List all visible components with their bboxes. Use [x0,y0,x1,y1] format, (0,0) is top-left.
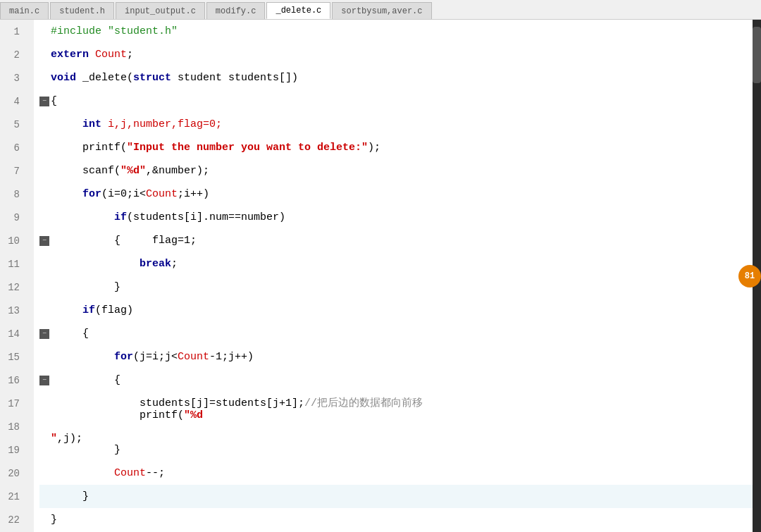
line-number-12: 12 [0,276,27,299]
fold-marker-16[interactable]: − [39,376,49,385]
code-line-5: int i,j,number,flag=0; [39,113,761,136]
line-number-3: 3 [0,66,27,89]
line-number-9: 9 [0,206,27,229]
line-number-14: 14 [0,322,27,345]
code-line-7: scanf("%d",&number); [39,159,761,183]
code-line-21: } [39,485,761,508]
line-number-11: 11 [0,252,27,276]
fold-marker-4[interactable]: − [39,97,49,106]
code-line-16: − { [39,369,761,392]
code-line-18: printf("%d ",j); [39,415,761,438]
line-number-17: 17 [0,392,27,415]
code-line-11: break; [39,252,761,276]
notification-badge: 81 [738,265,761,287]
line-number-4: 4 [0,89,27,113]
line-number-7: 7 [0,159,27,183]
line-number-6: 6 [0,136,27,159]
line-number-10: 10 [0,229,27,252]
line-number-8: 8 [0,183,27,206]
tab-input-output-c[interactable]: input_output.c [116,2,205,19]
line-number-13: 13 [0,299,27,322]
line-number-20: 20 [0,462,27,485]
fold-marker-10[interactable]: − [39,236,49,246]
scrollbar-thumb[interactable] [753,27,761,83]
code-line-6: printf("Input the number you want to del… [39,136,761,159]
line-numbers: 12345678910111213141516171819202122 [0,20,34,532]
tab-student-h[interactable]: student.h [50,2,114,19]
line-number-22: 22 [0,508,27,531]
code-line-9: if(students[i].num==number) [39,206,761,229]
code-container: 12345678910111213141516171819202122 #inc… [0,20,761,532]
code-line-19: } [39,438,761,462]
code-line-13: if(flag) [39,299,761,322]
tab-sortbysum-c[interactable]: sortbysum,aver.c [332,2,431,19]
code-line-3: void _delete(struct student students[]) [39,66,761,89]
code-line-4: −{ [39,89,761,113]
line-number-5: 5 [0,113,27,136]
code-line-15: for(j=i;j<Count-1;j++) [39,345,761,369]
code-line-1: #include "student.h" [39,20,761,43]
line-number-16: 16 [0,369,27,392]
code-line-10: − { flag=1; [39,229,761,252]
line-number-15: 15 [0,345,27,369]
line-number-19: 19 [0,438,27,462]
code-line-12: } [39,276,761,299]
code-line-20: Count--; [39,462,761,485]
tab-bar: main.c student.h input_output.c modify.c… [0,0,761,20]
tab-modify-c[interactable]: modify.c [206,2,266,19]
line-number-18: 18 [0,415,27,438]
code-line-22: } [39,508,761,531]
tab-main-c[interactable]: main.c [0,2,49,19]
tab-delete-c[interactable]: _delete.c [266,2,330,19]
code-line-8: for(i=0;i<Count;i++) [39,183,761,206]
line-number-1: 1 [0,20,27,43]
fold-marker-14[interactable]: − [39,329,49,339]
line-number-21: 21 [0,485,27,508]
line-number-2: 2 [0,43,27,66]
code-line-14: − { [39,322,761,345]
code-line-2: extern Count; [39,43,761,66]
code-content[interactable]: #include "student.h"extern Count;void _d… [34,20,761,532]
